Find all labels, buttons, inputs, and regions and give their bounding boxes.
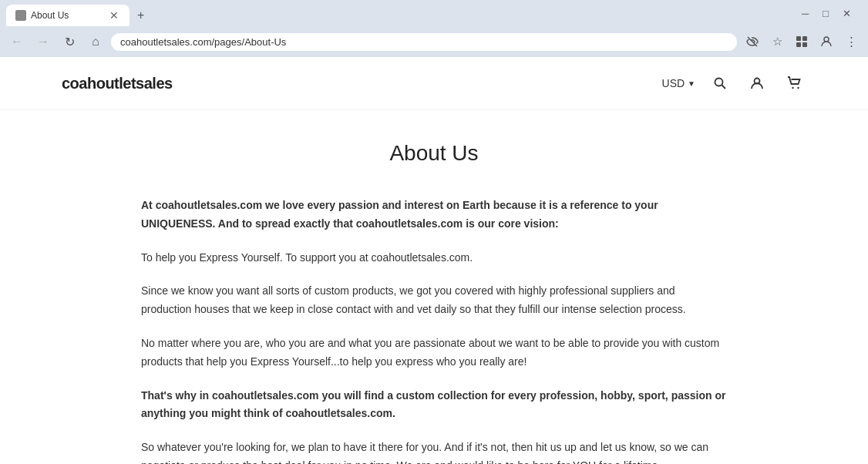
browser-actions: ☆ ⋮ [742, 31, 862, 52]
svg-rect-0 [796, 36, 801, 41]
content-paragraph-2: Since we know you want all sorts of cust… [141, 282, 727, 319]
svg-point-5 [715, 79, 723, 86]
cart-button[interactable] [782, 71, 806, 96]
site-header: coahoutletsales USD ▼ [0, 57, 868, 110]
content-body: At coahoutletsales.com we love every pas… [141, 197, 727, 464]
svg-rect-2 [796, 42, 801, 47]
content-paragraph-0: At coahoutletsales.com we love every pas… [141, 197, 727, 234]
active-tab[interactable]: About Us ✕ [6, 5, 130, 26]
tab-title: About Us [31, 10, 103, 21]
content-paragraph-3: No matter where you are, who you are and… [141, 335, 727, 372]
maximize-button[interactable]: □ [818, 6, 833, 21]
svg-point-8 [792, 87, 793, 89]
content-paragraph-5: So whatever you're looking for, we plan … [141, 439, 727, 464]
svg-rect-3 [802, 42, 807, 47]
account-button[interactable] [745, 71, 769, 96]
profile-button[interactable] [816, 31, 837, 52]
svg-point-9 [797, 87, 799, 89]
forward-button[interactable]: → [32, 31, 54, 52]
svg-rect-1 [802, 36, 807, 41]
content-paragraph-4: That's why in coahoutletsales.com you wi… [141, 387, 727, 424]
new-tab-button[interactable]: + [133, 5, 149, 25]
address-bar[interactable]: coahoutletsales.com/pages/About-Us [111, 33, 737, 51]
close-button[interactable]: ✕ [838, 6, 856, 21]
minimize-button[interactable]: ─ [797, 6, 813, 21]
page-title: About Us [141, 141, 727, 166]
search-button[interactable] [708, 71, 732, 96]
svg-line-6 [722, 86, 726, 89]
site-logo: coahoutletsales [62, 75, 173, 92]
header-actions: USD ▼ [662, 71, 806, 96]
address-bar-url: coahoutletsales.com/pages/About-Us [120, 36, 286, 48]
page-content: coahoutletsales USD ▼ About Us [0, 57, 868, 464]
star-button[interactable]: ☆ [766, 31, 788, 52]
main-content: About Us At coahoutletsales.com we love … [126, 110, 742, 464]
back-button[interactable]: ← [6, 31, 28, 52]
currency-selector[interactable]: USD ▼ [662, 77, 695, 89]
home-button[interactable]: ⌂ [85, 31, 106, 52]
content-paragraph-1: To help you Express Yourself. To support… [141, 249, 727, 267]
menu-button[interactable]: ⋮ [840, 31, 862, 52]
tab-close-button[interactable]: ✕ [108, 9, 120, 22]
chevron-down-icon: ▼ [688, 79, 695, 88]
currency-label: USD [662, 77, 685, 89]
eye-off-button[interactable] [742, 31, 763, 52]
svg-point-4 [824, 37, 829, 42]
extensions-button[interactable] [791, 31, 812, 52]
refresh-button[interactable]: ↻ [59, 31, 80, 52]
tab-favicon [15, 10, 26, 21]
browser-toolbar: ← → ↻ ⌂ coahoutletsales.com/pages/About-… [0, 26, 868, 57]
